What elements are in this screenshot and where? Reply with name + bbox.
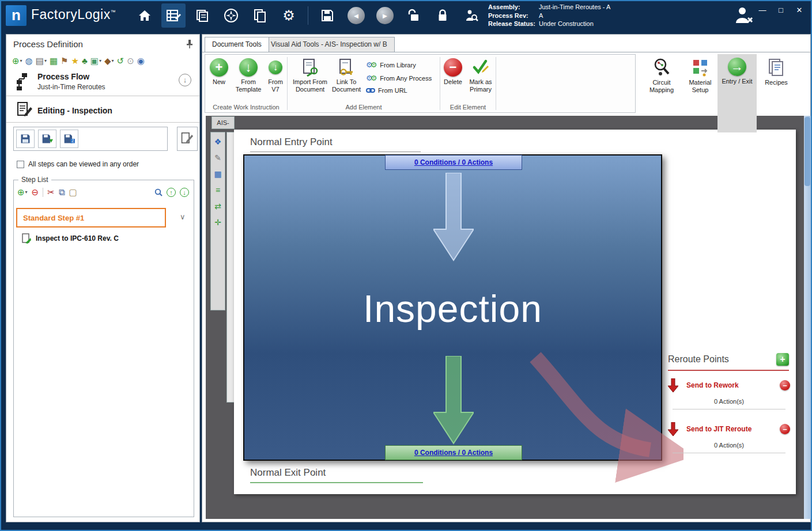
back-icon[interactable]: ◄ (344, 3, 368, 28)
entry-conditions-link[interactable]: 0 Conditions / 0 Actions (414, 158, 493, 166)
app-logo: n (6, 5, 27, 26)
step-list-title: Step List (18, 176, 51, 184)
from-v7-button[interactable]: ↓ From V7 (264, 58, 287, 93)
add-step-icon[interactable]: ⊕▾ (17, 187, 28, 198)
add-icon[interactable]: ⊕▾ (12, 55, 22, 67)
collapse-circle-icon[interactable]: ↓ (179, 74, 191, 86)
flag-icon[interactable]: ⚑ (61, 55, 68, 67)
release-status-value: Under Construction (539, 20, 594, 27)
grid-icon[interactable]: ▦ (50, 55, 58, 67)
pin-icon[interactable] (186, 39, 194, 48)
user-session-icon[interactable] (734, 6, 753, 24)
save-icon[interactable] (315, 3, 339, 28)
link-to-document-button[interactable]: Link To Document (330, 58, 362, 93)
mark-as-primary-button[interactable]: Mark as Primary (466, 58, 496, 93)
ribbon-group-edit: − Delete Mark as Primary Edit Element (440, 55, 496, 112)
process-flow-icon (16, 73, 33, 91)
canvas-tab-ais[interactable]: AIS- (212, 116, 235, 129)
tab-visual-aid-tools[interactable]: Visual Aid Tools - AIS- Inspection w/ B (263, 37, 395, 52)
exit-conditions-link[interactable]: 0 Conditions / 0 Actions (414, 449, 493, 457)
select-tool-icon[interactable]: ❖ (214, 137, 222, 146)
remove-step-icon[interactable]: ⊖ (32, 187, 39, 198)
layers-icon[interactable]: ▣▾ (90, 55, 101, 67)
tab-document-tools[interactable]: Document Tools (205, 37, 269, 52)
remove-reroute-button[interactable]: − (780, 424, 790, 434)
gears-icon: ⚙⚙ (366, 74, 377, 82)
move-down-icon[interactable]: ↓ (180, 188, 189, 197)
stop-icon[interactable]: ⊙ (127, 55, 134, 67)
cut-icon[interactable]: ✂ (47, 187, 55, 198)
undo-icon[interactable]: ↺ (117, 55, 124, 67)
edit-tool-icon[interactable]: ✎ (214, 153, 221, 162)
swap-tool-icon[interactable]: ⇄ (214, 202, 221, 211)
chevron-down-icon[interactable]: ∨ (180, 213, 186, 221)
from-url-button[interactable]: From URL (366, 87, 407, 94)
new-button[interactable]: + New (206, 58, 232, 86)
minimize-button[interactable]: — (758, 6, 767, 14)
chain-link-icon (366, 87, 375, 94)
navigator-icon[interactable] (219, 3, 243, 28)
recipes-button[interactable]: Recipes (758, 55, 795, 112)
exit-flow-arrow (433, 356, 474, 445)
maximize-button[interactable]: □ (776, 6, 785, 14)
vertical-scrollbar[interactable] (804, 116, 811, 519)
reroute-underline (668, 370, 789, 371)
delete-button[interactable]: − Delete (440, 58, 466, 86)
circuit-mapping-button[interactable]: Circuit Mapping (643, 55, 680, 112)
copy-icon[interactable]: ⧉ (59, 187, 65, 198)
move-up-icon[interactable]: ↑ (167, 188, 176, 197)
add-reroute-button[interactable]: + (776, 353, 789, 366)
close-button[interactable]: ✕ (795, 6, 804, 14)
from-any-process-button[interactable]: ⚙⚙ From Any Process (366, 74, 432, 82)
svg-text:Z: Z (71, 139, 74, 143)
delete-icon: − (444, 58, 462, 77)
remove-reroute-button[interactable]: − (780, 380, 790, 390)
print-icon[interactable]: ▤▾ (36, 55, 47, 67)
inspection-step-box[interactable]: 0 Conditions / 0 Actions Inspection 0 Co… (243, 154, 662, 461)
home-icon[interactable] (133, 3, 157, 28)
grid-tool-icon[interactable]: ▦ (214, 169, 221, 179)
list-tool-icon[interactable]: ≡ (216, 185, 220, 195)
import-from-document-button[interactable]: Import From Document (292, 58, 328, 93)
scrollbar-thumb[interactable] (805, 117, 810, 186)
package-icon[interactable]: ◆▾ (104, 55, 114, 67)
order-checkbox[interactable] (17, 161, 24, 168)
tree-icon[interactable]: ♣ (82, 55, 88, 67)
reroute-item-label[interactable]: Send to JIT Reroute (686, 425, 780, 433)
entry-flow-arrow (433, 173, 474, 261)
entry-conditions-banner[interactable]: 0 Conditions / 0 Actions (385, 155, 522, 170)
record-icon[interactable]: ◉ (137, 55, 145, 67)
globe-icon[interactable]: ◍ (25, 55, 33, 67)
from-template-button[interactable]: ↓ From Template (232, 58, 265, 93)
toolbar-separator (43, 188, 43, 197)
star-icon[interactable]: ★ (71, 55, 79, 67)
save-template-button[interactable]: Z (60, 130, 78, 148)
save-import-button[interactable] (38, 130, 56, 148)
process-rev-value: A (539, 12, 543, 19)
group-label-add: Add Element (288, 104, 440, 111)
entry-exit-button[interactable]: → Entry / Exit (719, 55, 756, 112)
user-search-icon[interactable] (459, 3, 484, 28)
materials-icon[interactable] (190, 3, 214, 28)
edit-step-button[interactable] (177, 127, 198, 151)
save-document-button[interactable] (16, 130, 35, 148)
zoom-step-icon[interactable] (154, 188, 163, 196)
window-controls: — □ ✕ (758, 6, 804, 14)
order-checkbox-label: All steps can be viewed in any order (28, 160, 139, 168)
reroute-item-label[interactable]: Send to Rework (686, 381, 780, 389)
material-setup-button[interactable]: Material Setup (682, 55, 719, 112)
step-child-item[interactable]: Inspect to IPC-610 Rev. C (22, 233, 119, 244)
settings-gear-icon[interactable]: ⚙ (277, 3, 301, 28)
ribbon-group-create: + New ↓ From Template ↓ From V7 Create W… (205, 55, 287, 112)
unlock-icon[interactable] (402, 3, 426, 28)
move-tool-icon[interactable]: ✛ (214, 218, 221, 227)
documents-icon[interactable] (248, 3, 272, 28)
paste-icon[interactable]: ▢ (69, 187, 77, 198)
step-item-selected[interactable]: Standard Step #1 (16, 208, 166, 227)
exit-conditions-banner[interactable]: 0 Conditions / 0 Actions (385, 445, 522, 460)
process-definition-icon[interactable] (161, 3, 186, 28)
group-label-edit: Edit Element (440, 104, 496, 111)
from-library-button[interactable]: ⚙⚙ From Library (366, 60, 416, 69)
forward-icon[interactable]: ► (373, 3, 397, 28)
lock-icon[interactable] (430, 3, 455, 28)
